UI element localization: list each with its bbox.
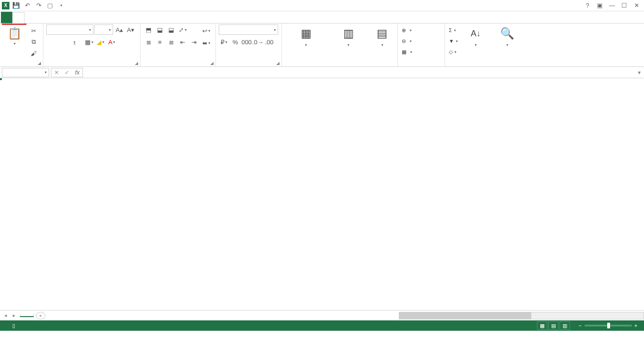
- clipboard-launcher-icon[interactable]: ◢: [38, 61, 41, 65]
- font-launcher-icon[interactable]: ◢: [135, 61, 138, 65]
- tab-nitro[interactable]: [115, 12, 126, 23]
- fx-icon[interactable]: fx: [72, 69, 83, 76]
- tab-foxit[interactable]: [104, 12, 115, 23]
- cut-icon[interactable]: ✂: [28, 25, 39, 36]
- cond-format-icon: ▦: [301, 25, 312, 41]
- accept-formula-icon[interactable]: ✓: [62, 69, 72, 76]
- paste-icon: 📋: [8, 25, 22, 41]
- align-right-icon[interactable]: ≣: [166, 37, 176, 47]
- tab-acrobat[interactable]: [126, 12, 138, 23]
- copy-icon[interactable]: ⧉: [28, 37, 39, 47]
- align-left-icon[interactable]: ≣: [143, 37, 154, 47]
- name-box[interactable]: ▾: [2, 68, 49, 77]
- view-page-layout-icon[interactable]: ▤: [548, 321, 559, 330]
- ribbon-collapse-icon[interactable]: ▣: [594, 1, 605, 10]
- spreadsheet-grid[interactable]: [0, 78, 644, 310]
- number-launcher-icon[interactable]: ◢: [276, 61, 280, 65]
- table-format-icon: ▥: [343, 25, 354, 41]
- tab-menu[interactable]: [25, 12, 36, 23]
- italic-button[interactable]: [58, 37, 68, 47]
- view-page-break-icon[interactable]: ▥: [560, 321, 570, 330]
- alignment-launcher-icon[interactable]: ◢: [210, 61, 214, 65]
- fill-button[interactable]: ▼▾: [448, 36, 459, 46]
- percent-icon[interactable]: %: [230, 37, 240, 47]
- tab-view[interactable]: [92, 12, 104, 23]
- font-color-icon[interactable]: A: [107, 37, 117, 47]
- number-format-combo[interactable]: ▾: [219, 24, 278, 35]
- maximize-icon[interactable]: ☐: [619, 1, 630, 10]
- autosum-icon: Σ: [449, 27, 452, 33]
- macro-record-icon[interactable]: ▯: [12, 323, 15, 329]
- undo-icon[interactable]: ↶: [23, 1, 32, 10]
- font-name-combo[interactable]: ▾: [46, 24, 93, 35]
- font-size-combo[interactable]: ▾: [94, 24, 113, 35]
- redo-icon[interactable]: ↷: [34, 1, 43, 10]
- new-doc-icon[interactable]: ▢: [45, 1, 55, 10]
- zoom-out-icon[interactable]: −: [578, 323, 581, 328]
- decimal-inc-icon[interactable]: .0→: [253, 37, 263, 47]
- conditional-formatting-button[interactable]: ▦ ▾: [285, 24, 327, 48]
- find-select-button[interactable]: 🔍 ▾: [493, 24, 522, 48]
- sort-filter-button[interactable]: A↓ ▾: [461, 24, 491, 48]
- horizontal-scrollbar[interactable]: [399, 312, 644, 319]
- align-middle-icon[interactable]: ⬓: [155, 24, 165, 35]
- orientation-icon[interactable]: ⤢: [177, 24, 188, 35]
- bold-button[interactable]: [46, 37, 57, 47]
- tab-file[interactable]: [1, 12, 12, 23]
- format-cells-icon: ▦: [402, 49, 406, 55]
- tab-page-layout[interactable]: [47, 12, 58, 23]
- expand-formula-icon[interactable]: ▾: [635, 69, 644, 76]
- zoom-in-icon[interactable]: +: [635, 323, 637, 328]
- align-center-icon[interactable]: ≡: [155, 37, 165, 47]
- formula-bar: ▾ ✕ ✓ fx ▾: [0, 67, 644, 78]
- decimal-dec-icon[interactable]: .00: [264, 37, 274, 47]
- delete-cells-button[interactable]: ⊖▾: [401, 36, 413, 46]
- tab-formulas[interactable]: [58, 12, 70, 23]
- border-icon[interactable]: ▦: [84, 37, 94, 47]
- excel-icon: X: [2, 2, 9, 9]
- tab-data[interactable]: [70, 12, 81, 23]
- wrap-text-icon[interactable]: ↩: [201, 25, 211, 36]
- align-bottom-icon[interactable]: ⬓: [166, 24, 176, 35]
- increase-font-icon[interactable]: A▴: [114, 24, 124, 35]
- help-icon[interactable]: ?: [582, 1, 593, 10]
- format-painter-icon[interactable]: 🖌: [28, 48, 39, 58]
- tab-pdfx[interactable]: [138, 12, 149, 23]
- sheet-tab[interactable]: [20, 314, 34, 317]
- format-cells-button[interactable]: ▦▾: [401, 47, 413, 57]
- tab-review[interactable]: [81, 12, 92, 23]
- save-icon[interactable]: 💾: [11, 1, 21, 10]
- signin-link[interactable]: [629, 19, 644, 23]
- underline-button[interactable]: [69, 37, 79, 47]
- indent-dec-icon[interactable]: ⇤: [177, 37, 188, 47]
- view-normal-icon[interactable]: ▦: [537, 321, 547, 330]
- indent-inc-icon[interactable]: ⇥: [189, 37, 199, 47]
- selection-outline: [0, 78, 2, 80]
- cell-styles-button[interactable]: ▤ ▾: [370, 24, 395, 48]
- accounting-icon[interactable]: ₽: [219, 37, 229, 47]
- cell-styles-icon: ▤: [377, 25, 388, 41]
- qat-dropdown-icon[interactable]: ▾: [57, 1, 66, 10]
- decrease-font-icon[interactable]: A▾: [125, 24, 136, 35]
- minimize-icon[interactable]: ―: [606, 1, 618, 10]
- quick-access-toolbar: X 💾 ↶ ↷ ▢ ▾: [2, 1, 66, 10]
- close-icon[interactable]: ✕: [631, 1, 642, 10]
- comma-icon[interactable]: 000: [241, 37, 252, 47]
- delete-cells-icon: ⊖: [402, 38, 406, 44]
- format-as-table-button[interactable]: ▥ ▾: [327, 24, 370, 48]
- insert-cells-button[interactable]: ⊕▾: [401, 25, 413, 35]
- paste-button[interactable]: 📋 ▾: [3, 24, 26, 46]
- sheet-nav-first-icon[interactable]: ◂: [2, 312, 9, 318]
- fill-icon: ▼: [449, 38, 454, 44]
- add-sheet-icon[interactable]: +: [36, 312, 45, 319]
- merge-icon[interactable]: ⬌: [201, 38, 211, 48]
- tab-home[interactable]: [12, 12, 25, 24]
- autosum-button[interactable]: Σ▾: [448, 25, 459, 35]
- cancel-formula-icon[interactable]: ✕: [51, 69, 62, 76]
- align-top-icon[interactable]: ⬒: [143, 24, 154, 35]
- fill-color-icon[interactable]: ◢: [95, 37, 106, 47]
- sheet-nav-last-icon[interactable]: ▸: [10, 312, 18, 318]
- zoom-control[interactable]: − +: [578, 323, 640, 328]
- clear-button[interactable]: ◇▾: [448, 47, 459, 57]
- tab-insert[interactable]: [36, 12, 47, 23]
